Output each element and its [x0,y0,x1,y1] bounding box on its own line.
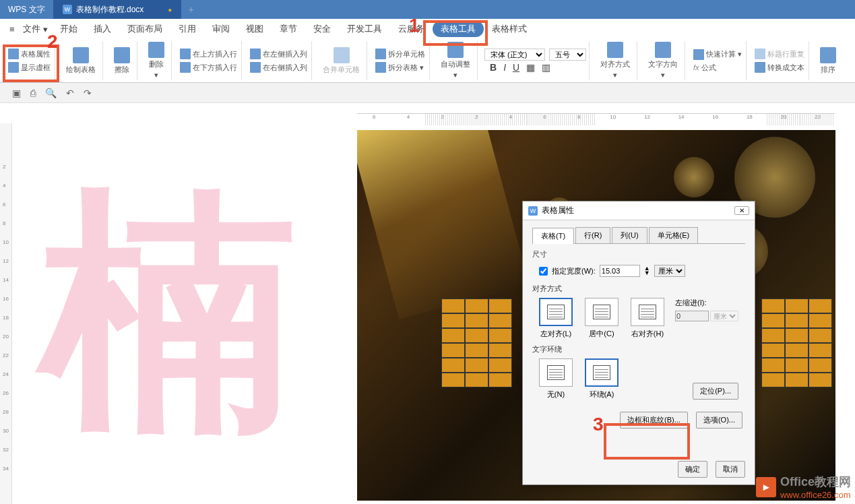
doc-table-left[interactable] [441,298,512,387]
align-button[interactable]: 对齐方式▾ [596,39,634,82]
print-icon[interactable]: ⎙ [30,88,36,98]
page-watermark: 楠 [40,184,323,467]
save-icon[interactable]: ▣ [12,88,21,98]
tab-row[interactable]: 行(R) [575,227,610,243]
undo-icon[interactable]: ↶ [66,88,74,98]
title-bar: WPS 文字 W 表格制作教程.docx ● + [0,0,855,19]
redo-icon[interactable]: ↷ [84,88,92,98]
title-repeat-button[interactable]: 标题行重复 [753,48,806,60]
text-direction-button[interactable]: 文字方向▾ [644,39,682,82]
annotation-1: 1 [409,15,420,36]
pencil-icon [73,47,89,63]
insert-left-button[interactable]: 在左侧插入列 [249,48,309,60]
preview-icon[interactable]: 🔍 [45,88,57,98]
ribbon-group-draw: 绘制表格 [59,41,103,80]
size-fieldset: 尺寸 指定宽度(W): ▲▼ 厘米 [532,249,745,278]
ribbon-group-calc: 快速计算▾ fx公式 [689,41,747,80]
options-button[interactable]: 选项(O)... [696,412,742,429]
cancel-button[interactable]: 取消 [716,461,745,478]
wrap-around-option[interactable]: 环绕(A) [585,358,619,400]
insert-right-button[interactable]: 在右侧插入列 [249,61,309,73]
merge-cells-button[interactable]: 合并单元格 [319,44,364,77]
col-right-icon [250,62,261,73]
split-cells-button[interactable]: 拆分单元格 [374,48,426,60]
delete-icon [148,42,164,58]
spinner-icon[interactable]: ▲▼ [644,266,650,276]
calc-icon [693,49,704,60]
tab-table-style[interactable]: 表格样式 [484,23,535,35]
ribbon-group-data: 标题行重复 转换成文本 [751,41,809,80]
indent-unit-select[interactable]: 厘米 [710,311,738,321]
wrap-none-option[interactable]: 无(N) [539,358,573,400]
fx-icon: fx [693,63,699,71]
repeat-icon [755,49,765,59]
italic-button[interactable]: I [503,62,506,73]
width-input[interactable] [600,265,640,277]
dialog-close-button[interactable]: ✕ [734,206,749,215]
dialog-tabs: 表格(T) 行(R) 列(U) 单元格(E) [532,227,745,244]
width-checkbox[interactable] [539,267,548,276]
tab-references[interactable]: 引用 [170,23,204,35]
new-tab-button[interactable]: + [181,4,200,15]
align-left-option[interactable]: 左对齐(L) [539,298,573,339]
ok-button[interactable]: 确定 [678,461,707,478]
quick-calc-button[interactable]: 快速计算▾ [692,49,743,61]
font-name-select[interactable]: 宋体 (正文) [484,49,545,61]
align-icon [607,42,623,58]
delete-button[interactable]: 删除▾ [144,39,168,82]
eraser-button[interactable]: 擦除 [110,44,134,77]
tab-view[interactable]: 视图 [238,23,272,35]
highlight-button[interactable]: ▦ [526,62,535,73]
tab-cell[interactable]: 单元格(E) [649,227,699,243]
annotation-box-1 [423,20,488,46]
font-size-select[interactable]: 五号 [549,49,586,61]
dialog-body: 表格(T) 行(R) 列(U) 单元格(E) 尺寸 指定宽度(W): ▲▼ 厘米… [523,220,755,435]
merge-icon [334,47,350,63]
dialog-title: 表格属性 [542,205,574,216]
insert-below-button[interactable]: 在下方插入行 [179,61,239,73]
doc-icon: W [63,5,72,14]
draw-table-button[interactable]: 绘制表格 [62,44,100,77]
office-watermark: ▸ Office教程网 www.office26.com [756,474,851,500]
textdir-icon [655,42,671,58]
ribbon-group-split: 拆分单元格 拆分表格▾ [371,41,430,80]
ribbon-group-textdir: 文字方向▾ [641,41,685,80]
ribbon-group-insert: 在上方插入行 在下方插入行 [176,41,242,80]
doc-table-right[interactable] [761,298,832,387]
tab-col[interactable]: 列(U) [612,227,647,243]
dialog-titlebar[interactable]: W 表格属性 ✕ [523,201,755,220]
dialog-icon: W [528,206,538,216]
indent-input[interactable] [675,311,709,321]
tab-chapter[interactable]: 章节 [272,23,305,35]
split-cell-icon [375,49,386,59]
watermark-brand: Office教程网 [780,475,851,489]
tab-table[interactable]: 表格(T) [532,228,574,244]
width-unit-select[interactable]: 厘米 [654,265,685,277]
bold-button[interactable]: B [490,62,497,73]
ribbon-group-sort: 排序 [813,41,843,80]
hamburger-icon[interactable]: ≡ [5,24,19,34]
shading-button[interactable]: ▥ [542,62,550,73]
insert-above-button[interactable]: 在上方插入行 [179,48,239,60]
tab-layout[interactable]: 页面布局 [119,23,170,35]
ribbon-group-merge: 合并单元格 [316,41,367,80]
to-text-button[interactable]: 转换成文本 [753,61,806,73]
ribbon-group-font: 宋体 (正文) 五号 B I U ▦ ▥ [482,41,590,80]
align-center-option[interactable]: 居中(C) [585,298,619,339]
tab-review[interactable]: 审阅 [204,23,238,35]
tab-devtools[interactable]: 开发工具 [339,23,390,35]
formula-button[interactable]: fx公式 [692,62,743,73]
align-right-option[interactable]: 右对齐(H) [631,298,664,339]
doc-title: 表格制作教程.docx [76,4,144,15]
position-button[interactable]: 定位(P)... [693,383,738,400]
document-tab[interactable]: W 表格制作教程.docx ● [53,0,182,19]
underline-button[interactable]: U [513,62,519,73]
tab-security[interactable]: 安全 [305,23,339,35]
tab-insert[interactable]: 插入 [86,23,119,35]
split-table-button[interactable]: 拆分表格▾ [374,61,426,73]
row-above-icon [180,49,191,59]
sort-button[interactable]: 排序 [816,44,840,77]
dialog-footer: 确定 取消 [678,461,745,478]
width-label: 指定宽度(W): [552,266,596,276]
office-logo-icon: ▸ [756,477,776,497]
